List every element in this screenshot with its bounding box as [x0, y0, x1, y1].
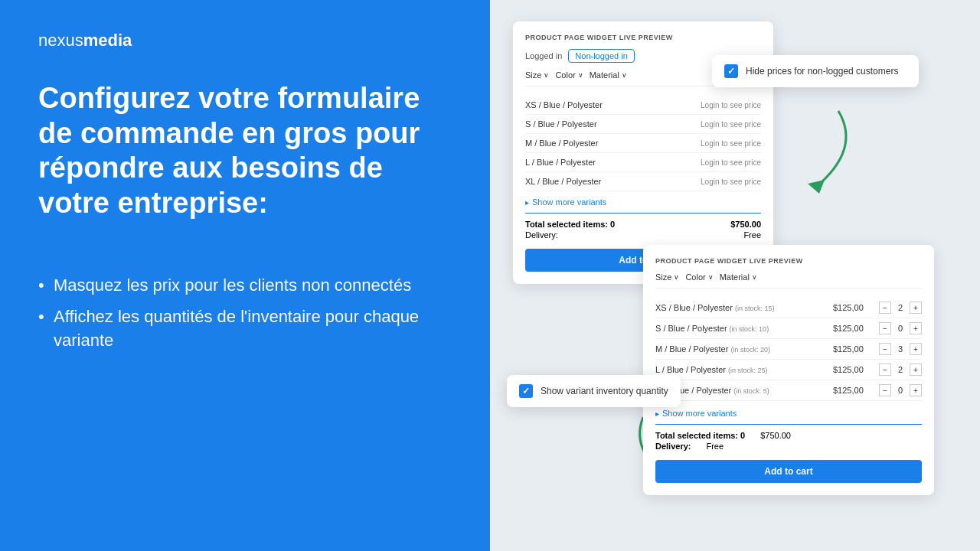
variant-row-l: L / Blue / Polyester Login to see price	[525, 153, 761, 172]
qty-minus-xs[interactable]: −	[879, 302, 891, 314]
variant-row-2-l: L / Blue / Polyester (in stock: 25) $125…	[655, 360, 922, 380]
delivery-label-2: Delivery:	[655, 442, 691, 451]
hide-prices-tooltip: Hide prices for non-logged customers	[712, 55, 919, 87]
price-2-m: $125,00	[833, 344, 873, 354]
qty-control-m: − 3 +	[879, 343, 922, 355]
qty-control-s: − 0 +	[879, 322, 922, 334]
price-2-xs: $125,00	[833, 303, 873, 312]
variant-price-l: Login to see price	[701, 158, 761, 167]
variant-name-2-m: M / Blue / Polyester (in stock: 20)	[655, 344, 827, 354]
qty-val-l: 2	[894, 365, 906, 374]
widget-1-title: PRODUCT PAGE WIDGET LIVE PREVIEW	[525, 34, 761, 41]
delivery-value-1: Free	[743, 230, 761, 240]
show-more-variants-2[interactable]: Show more variants	[655, 403, 922, 425]
variant-name-l: L / Blue / Polyester	[525, 158, 596, 167]
widget-2-title: PRODUCT PAGE WIDGET LIVE PREVIEW	[655, 257, 922, 265]
variant-name-2-l: L / Blue / Polyester (in stock: 25)	[655, 365, 827, 374]
login-state-badge[interactable]: Non-logged in	[568, 49, 635, 63]
variant-name-xs: XS / Blue / Polyester	[525, 100, 603, 109]
qty-minus-m[interactable]: −	[879, 343, 891, 355]
right-panel: PRODUCT PAGE WIDGET LIVE PREVIEW Logged …	[490, 0, 980, 551]
hero-text: Configurez votre formulaire de commande …	[38, 81, 452, 220]
size-filter[interactable]: Size	[525, 70, 549, 80]
bullet-item-2: Affichez les quantités de l'inventaire p…	[38, 305, 452, 353]
qty-val-xs: 2	[894, 303, 906, 312]
variant-name-2-xs: XS / Blue / Polyester (in stock: 15)	[655, 303, 827, 312]
qty-plus-l[interactable]: +	[910, 364, 922, 376]
variant-row-xs: XS / Blue / Polyester Login to see price	[525, 96, 761, 115]
variant-price-m: Login to see price	[701, 139, 761, 148]
size-filter-2[interactable]: Size	[655, 272, 679, 282]
total-line-1: Total selected items: 0 $750.00	[525, 220, 761, 229]
svg-marker-0	[808, 180, 825, 194]
filter-row-2: Size Color Material	[655, 272, 922, 289]
qty-plus-xs[interactable]: +	[910, 302, 922, 314]
show-more-variants-1[interactable]: Show more variants	[525, 191, 761, 214]
widget-card-2: PRODUCT PAGE WIDGET LIVE PREVIEW Size Co…	[643, 245, 934, 495]
qty-control-l: − 2 +	[879, 364, 922, 376]
total-line-2: Total selected items: 0 $750.00	[655, 431, 922, 440]
qty-control-xl: − 0 +	[879, 384, 922, 396]
add-to-cart-btn-2[interactable]: Add to cart	[655, 460, 922, 483]
total-price-1: $750.00	[730, 220, 761, 229]
variant-row-2-xs: XS / Blue / Polyester (in stock: 15) $12…	[655, 298, 922, 318]
show-inventory-label: Show variant inventory quantity	[541, 386, 668, 396]
variant-name-xl: XL / Blue / Polyester	[525, 177, 601, 186]
delivery-value-2: Free	[706, 442, 724, 451]
stock-l: (in stock: 25)	[728, 367, 768, 374]
delivery-line-2: Delivery: Free	[655, 442, 922, 451]
total-row-1: Total selected items: 0 $750.00 Delivery…	[525, 220, 761, 240]
price-2-s: $125,00	[833, 324, 873, 333]
variant-row-2-m: M / Blue / Polyester (in stock: 20) $125…	[655, 339, 922, 360]
show-inventory-tooltip: Show variant inventory quantity	[507, 375, 681, 407]
variant-price-xs: Login to see price	[701, 101, 761, 109]
delivery-label-1: Delivery:	[525, 230, 558, 240]
qty-plus-s[interactable]: +	[910, 322, 922, 334]
color-filter[interactable]: Color	[555, 70, 583, 80]
arrow-1	[777, 103, 869, 203]
stock-xl: (in stock: 5)	[733, 387, 769, 395]
total-label-1: Total selected items: 0	[525, 220, 615, 229]
material-filter-2[interactable]: Material	[720, 272, 757, 282]
left-panel: nexusmedia Configurez votre formulaire d…	[0, 0, 490, 551]
variant-row-xl: XL / Blue / Polyester Login to see price	[525, 172, 761, 191]
stock-s: (in stock: 10)	[730, 325, 769, 333]
stock-m: (in stock: 20)	[730, 346, 770, 354]
qty-val-s: 0	[894, 324, 906, 333]
variant-price-s: Login to see price	[701, 120, 761, 129]
total-label-2: Total selected items: 0	[655, 431, 745, 440]
qty-val-m: 3	[894, 344, 906, 354]
total-row-2: Total selected items: 0 $750.00 Delivery…	[655, 431, 922, 451]
color-filter-2[interactable]: Color	[685, 272, 713, 282]
logo-bold: media	[83, 31, 132, 50]
login-label: Logged in	[525, 51, 562, 60]
logo: nexusmedia	[38, 31, 452, 51]
qty-val-xl: 0	[894, 386, 906, 395]
delivery-line-1: Delivery: Free	[525, 230, 761, 240]
variant-name-2-s: S / Blue / Polyester (in stock: 10)	[655, 324, 827, 333]
variant-name-m: M / Blue / Polyester	[525, 139, 598, 148]
show-inventory-checkbox[interactable]	[519, 384, 533, 398]
variant-row-2-xl: XL / Blue / Polyester (in stock: 5) $125…	[655, 380, 922, 401]
total-price-2: $750.00	[760, 431, 791, 440]
price-2-l: $125,00	[833, 365, 873, 374]
variant-name-s: S / Blue / Polyester	[525, 119, 597, 129]
variant-price-xl: Login to see price	[701, 178, 761, 186]
qty-plus-m[interactable]: +	[910, 343, 922, 355]
variant-row-s: S / Blue / Polyester Login to see price	[525, 115, 761, 134]
bullet-item-1: Masquez les prix pour les clients non co…	[38, 274, 452, 298]
qty-minus-xl[interactable]: −	[879, 384, 891, 396]
hide-prices-label: Hide prices for non-logged customers	[746, 66, 898, 77]
qty-minus-s[interactable]: −	[879, 322, 891, 334]
qty-plus-xl[interactable]: +	[910, 384, 922, 396]
variant-row-2-s: S / Blue / Polyester (in stock: 10) $125…	[655, 318, 922, 339]
price-2-xl: $125,00	[833, 386, 873, 395]
logo-prefix: nexus	[38, 31, 83, 50]
bullet-list: Masquez les prix pour les clients non co…	[38, 274, 452, 360]
stock-xs: (in stock: 15)	[735, 305, 775, 312]
qty-control-xs: − 2 +	[879, 302, 922, 314]
hide-prices-checkbox[interactable]	[724, 64, 738, 78]
material-filter[interactable]: Material	[590, 70, 627, 80]
qty-minus-l[interactable]: −	[879, 364, 891, 376]
variant-row-m: M / Blue / Polyester Login to see price	[525, 134, 761, 153]
